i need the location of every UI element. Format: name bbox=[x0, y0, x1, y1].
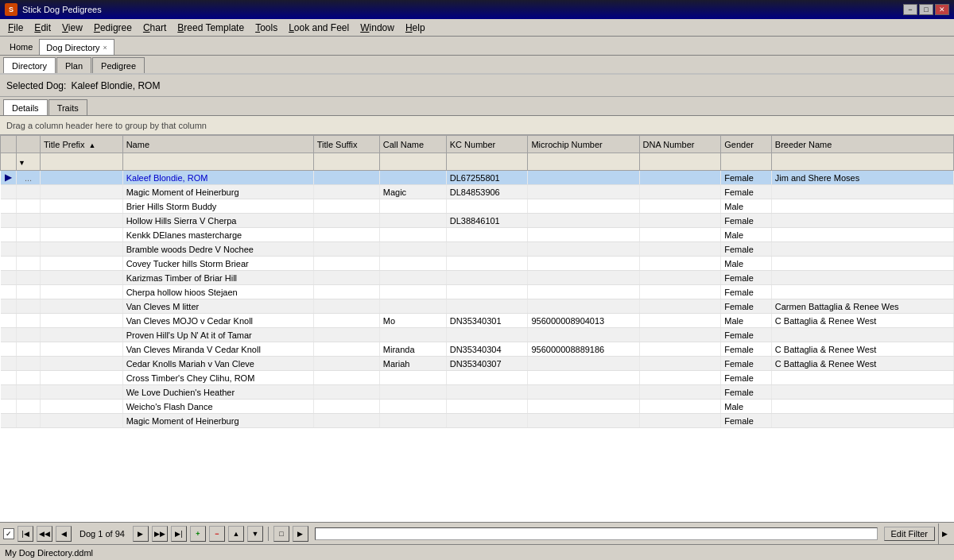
nav-prev-button[interactable]: ◀ bbox=[56, 526, 72, 542]
table-row[interactable]: Covey Tucker hills Storm BriearMale bbox=[1, 257, 954, 271]
menu-tools[interactable]: Tools bbox=[250, 21, 282, 35]
dog-name-cell[interactable]: We Love Duchien's Heather bbox=[122, 385, 313, 400]
table-row[interactable]: Karizmas Timber of Briar HillFemale bbox=[1, 271, 954, 285]
dog-name-cell[interactable]: Weicho's Flash Dance bbox=[122, 400, 313, 414]
data-table-wrapper[interactable]: Title Prefix ▲ Name Title Suffix Call Na… bbox=[0, 135, 954, 522]
table-row[interactable]: Brier Hills Storm BuddyMale bbox=[1, 199, 954, 214]
nav-last-button[interactable]: ▶| bbox=[171, 526, 187, 542]
col-breeder[interactable]: Breeder Name bbox=[771, 136, 953, 153]
nav-first-button[interactable]: |◀ bbox=[17, 526, 33, 542]
menu-chart[interactable]: Chart bbox=[138, 21, 171, 35]
dog-name-cell[interactable]: Brier Hills Storm Buddy bbox=[122, 199, 313, 214]
menu-help[interactable]: Help bbox=[401, 21, 430, 35]
col-microchip[interactable]: Microchip Number bbox=[528, 136, 639, 153]
col-gender[interactable]: Gender bbox=[721, 136, 772, 153]
dog-name-cell[interactable]: Kenkk DElanes mastercharge bbox=[122, 228, 313, 242]
maximize-button[interactable]: □ bbox=[919, 4, 933, 15]
table-row[interactable]: Weicho's Flash DanceMale bbox=[1, 400, 954, 414]
table-cell bbox=[639, 242, 721, 257]
menu-look-and-feel[interactable]: Look and Feel bbox=[284, 21, 354, 35]
tab-plan[interactable]: Plan bbox=[56, 57, 91, 73]
close-button[interactable]: ✕ bbox=[935, 4, 949, 15]
menu-file[interactable]: File bbox=[3, 21, 28, 35]
col-title-suffix[interactable]: Title Suffix bbox=[313, 136, 379, 153]
table-cell bbox=[446, 400, 528, 414]
nav-up-button[interactable]: ▲ bbox=[228, 526, 244, 542]
menu-breed-template[interactable]: Breed Template bbox=[173, 21, 249, 35]
table-cell bbox=[313, 271, 379, 285]
table-row[interactable]: Magic Moment of HeinerburgFemale bbox=[1, 414, 954, 428]
table-row[interactable]: Cedar Knolls Mariah v Van CleveMariahDN3… bbox=[1, 357, 954, 371]
nav-next-button[interactable]: ▶ bbox=[133, 526, 149, 542]
table-cell bbox=[639, 371, 721, 385]
dog-name-cell[interactable]: Magic Moment of Heinerburg bbox=[122, 185, 313, 199]
col-kc-number[interactable]: KC Number bbox=[446, 136, 528, 153]
table-cell bbox=[446, 385, 528, 400]
dog-name-link[interactable]: Kaleef Blondie, ROM bbox=[126, 173, 208, 183]
table-cell bbox=[41, 385, 123, 400]
table-row[interactable]: Magic Moment of HeinerburgMagicDL8485390… bbox=[1, 185, 954, 199]
table-row[interactable]: Van Cleves M litterFemaleCarmen Battagli… bbox=[1, 299, 954, 314]
nav-right-arrow-button[interactable]: ▶ bbox=[293, 526, 308, 542]
filter-icon[interactable]: ▼ bbox=[18, 159, 25, 167]
table-cell bbox=[1, 357, 17, 371]
table-row[interactable]: We Love Duchien's HeatherFemale bbox=[1, 385, 954, 400]
menu-pedigree[interactable]: Pedigree bbox=[89, 21, 137, 35]
table-cell bbox=[313, 185, 379, 199]
menu-view[interactable]: View bbox=[57, 21, 87, 35]
table-row[interactable]: Hollow Hills Sierra V CherpaDL38846101Fe… bbox=[1, 214, 954, 228]
nav-next-many-button[interactable]: ▶▶ bbox=[152, 526, 168, 542]
nav-square-button[interactable]: □ bbox=[273, 526, 289, 542]
table-cell bbox=[771, 242, 953, 257]
nav-delete-button[interactable]: − bbox=[209, 526, 225, 542]
dog-name-cell[interactable]: Van Cleves MOJO v Cedar Knoll bbox=[122, 314, 313, 328]
nav-add-button[interactable]: + bbox=[190, 526, 206, 542]
table-row[interactable]: Proven Hill's Up N' At it of TamarFemale bbox=[1, 328, 954, 342]
table-row[interactable]: Cross Timber's Chey Clihu, ROMFemale bbox=[1, 371, 954, 385]
menu-edit[interactable]: Edit bbox=[29, 21, 56, 35]
table-cell: DN35340304 bbox=[446, 342, 528, 357]
tab-home[interactable]: Home bbox=[3, 39, 39, 55]
dog-name-cell[interactable]: Covey Tucker hills Storm Briear bbox=[122, 257, 313, 271]
table-row[interactable]: Van Cleves MOJO v Cedar KnollMoDN3534030… bbox=[1, 314, 954, 328]
tab-details[interactable]: Details bbox=[3, 99, 48, 115]
dog-name-cell[interactable]: Cherpa hollow hioos Stejaen bbox=[122, 285, 313, 299]
bottom-arrow-button[interactable]: ▶ bbox=[938, 523, 951, 544]
dog-name-cell[interactable]: Van Cleves M litter bbox=[122, 299, 313, 314]
dog-name-cell[interactable]: Cross Timber's Chey Clihu, ROM bbox=[122, 371, 313, 385]
menu-window[interactable]: Window bbox=[355, 21, 399, 35]
dog-name-cell[interactable]: Proven Hill's Up N' At it of Tamar bbox=[122, 328, 313, 342]
dog-name-cell[interactable]: Karizmas Timber of Briar Hill bbox=[122, 271, 313, 285]
col-name[interactable]: Name bbox=[122, 136, 313, 153]
table-row[interactable]: Bramble woods Dedre V NocheeFemale bbox=[1, 242, 954, 257]
table-cell bbox=[639, 314, 721, 328]
table-cell bbox=[639, 357, 721, 371]
table-row[interactable]: Van Cleves Miranda V Cedar KnollMirandaD… bbox=[1, 342, 954, 357]
col-dna[interactable]: DNA Number bbox=[639, 136, 721, 153]
dog-name-cell[interactable]: Hollow Hills Sierra V Cherpa bbox=[122, 214, 313, 228]
tab-directory[interactable]: Directory bbox=[3, 57, 56, 73]
tab-close-icon[interactable]: × bbox=[103, 44, 107, 52]
table-cell bbox=[528, 185, 639, 199]
edit-filter-button[interactable]: Edit Filter bbox=[884, 527, 935, 541]
tab-traits[interactable]: Traits bbox=[48, 99, 87, 115]
nav-checkbox[interactable]: ✓ bbox=[3, 528, 14, 539]
tab-pedigree[interactable]: Pedigree bbox=[92, 57, 145, 73]
table-row[interactable]: ▶...Kaleef Blondie, ROMDL67255801FemaleJ… bbox=[1, 171, 954, 185]
table-cell bbox=[528, 328, 639, 342]
dog-name-cell[interactable]: Cedar Knolls Mariah v Van Cleve bbox=[122, 357, 313, 371]
col-call-name[interactable]: Call Name bbox=[379, 136, 446, 153]
nav-prev-many-button[interactable]: ◀◀ bbox=[37, 526, 52, 542]
dog-name-cell[interactable]: Bramble woods Dedre V Nochee bbox=[122, 242, 313, 257]
dog-name-cell[interactable]: Van Cleves Miranda V Cedar Knoll bbox=[122, 342, 313, 357]
table-row[interactable]: Kenkk DElanes masterchargeMale bbox=[1, 228, 954, 242]
table-cell bbox=[528, 271, 639, 285]
nav-down-button[interactable]: ▼ bbox=[247, 526, 263, 542]
table-cell bbox=[528, 357, 639, 371]
col-title-prefix[interactable]: Title Prefix ▲ bbox=[41, 136, 123, 153]
minimize-button[interactable]: − bbox=[903, 4, 917, 15]
dog-name-cell[interactable]: Kaleef Blondie, ROM bbox=[122, 171, 313, 185]
table-row[interactable]: Cherpa hollow hioos StejaenFemale bbox=[1, 285, 954, 299]
tab-dog-directory[interactable]: Dog Directory × bbox=[39, 39, 114, 55]
dog-name-cell[interactable]: Magic Moment of Heinerburg bbox=[122, 414, 313, 428]
